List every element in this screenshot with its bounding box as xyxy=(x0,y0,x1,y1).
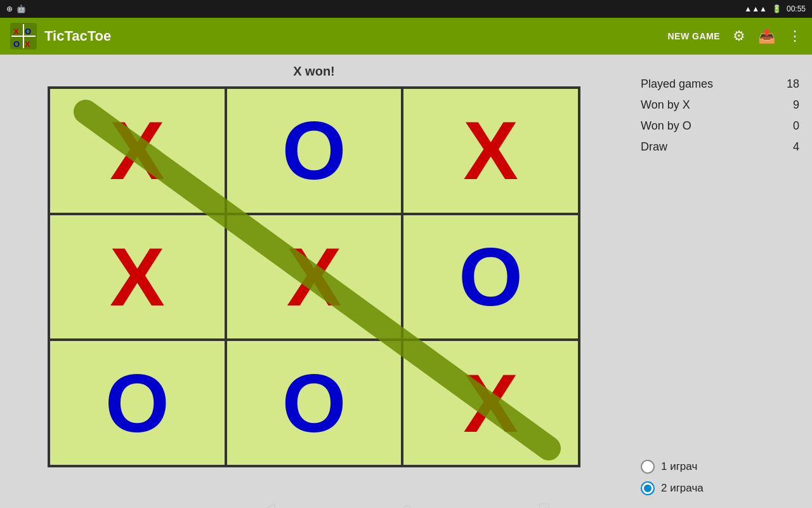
two-players-option[interactable]: 2 играча xyxy=(641,481,799,495)
svg-text:X: X xyxy=(25,39,30,49)
won-by-o-row: Won by O 0 xyxy=(641,116,799,137)
won-by-o-value: 0 xyxy=(793,119,799,133)
signal-icon: ▲▲▲ xyxy=(744,4,767,13)
won-by-o-label: Won by O xyxy=(641,119,691,133)
player-section: 1 играч 2 играча xyxy=(641,447,799,495)
app-title: TicTacToe xyxy=(44,28,667,44)
cell-2-2[interactable]: X xyxy=(402,340,579,466)
played-games-row: Played games 18 xyxy=(641,74,799,95)
two-players-radio[interactable] xyxy=(641,481,655,495)
won-by-x-label: Won by X xyxy=(641,98,690,112)
status-bar: ⊕ 🤖 ▲▲▲ 🔋 00:55 xyxy=(0,0,812,18)
cell-0-0[interactable]: X xyxy=(49,88,226,214)
android-icon: 🤖 xyxy=(16,4,26,13)
one-player-radio[interactable] xyxy=(641,460,655,474)
cell-0-1[interactable]: O xyxy=(226,88,403,214)
one-player-option[interactable]: 1 играч xyxy=(641,460,799,474)
cell-2-0[interactable]: O xyxy=(49,340,226,466)
cell-1-2[interactable]: O xyxy=(402,214,579,340)
two-players-label: 2 играча xyxy=(661,482,704,495)
one-player-label: 1 играч xyxy=(661,460,697,473)
toolbar-actions: NEW GAME ⚙ 📤 ⋮ xyxy=(667,28,802,44)
cell-1-0[interactable]: X xyxy=(49,214,226,340)
svg-text:X: X xyxy=(13,27,19,36)
draw-value: 4 xyxy=(793,140,799,154)
game-area: X won! X O X X X O O O X xyxy=(0,55,628,508)
status-bar-left: ⊕ 🤖 xyxy=(6,4,26,13)
played-games-label: Played games xyxy=(641,77,713,91)
recents-button[interactable]: □ xyxy=(539,498,549,509)
right-panel: Played games 18 Won by X 9 Won by O 0 Dr… xyxy=(628,55,812,508)
home-button[interactable]: ○ xyxy=(402,498,412,509)
cell-0-2[interactable]: X xyxy=(402,88,579,214)
new-game-button[interactable]: NEW GAME xyxy=(667,31,720,41)
draw-label: Draw xyxy=(641,140,667,154)
overflow-menu-icon[interactable]: ⋮ xyxy=(788,28,802,44)
board: X O X X X O O O X xyxy=(48,86,580,467)
status-bar-right: ▲▲▲ 🔋 00:55 xyxy=(744,4,806,13)
svg-text:O: O xyxy=(13,39,20,49)
share-icon[interactable]: 📤 xyxy=(758,28,775,44)
game-status: X won! xyxy=(293,64,335,79)
app-icon: X O O X xyxy=(10,23,37,50)
won-by-x-row: Won by X 9 xyxy=(641,95,799,116)
radio-inner-dot xyxy=(644,485,652,492)
board-container: X O X X X O O O X xyxy=(48,86,580,467)
back-button[interactable]: ◁ xyxy=(263,498,275,509)
app-bar: X O O X TicTacToe NEW GAME ⚙ 📤 ⋮ xyxy=(0,18,812,55)
draw-row: Draw 4 xyxy=(641,137,799,157)
battery-icon: 🔋 xyxy=(772,4,782,13)
cell-2-1[interactable]: O xyxy=(226,340,403,466)
clock: 00:55 xyxy=(787,4,806,13)
settings-icon[interactable]: ⚙ xyxy=(733,28,745,44)
svg-text:O: O xyxy=(25,27,31,36)
played-games-value: 18 xyxy=(787,77,799,91)
won-by-x-value: 9 xyxy=(793,98,799,112)
cell-1-1[interactable]: X xyxy=(226,214,403,340)
main-content: X won! X O X X X O O O X xyxy=(0,55,812,508)
wifi-icon: ⊕ xyxy=(6,4,13,13)
stats-section: Played games 18 Won by X 9 Won by O 0 Dr… xyxy=(641,74,799,157)
